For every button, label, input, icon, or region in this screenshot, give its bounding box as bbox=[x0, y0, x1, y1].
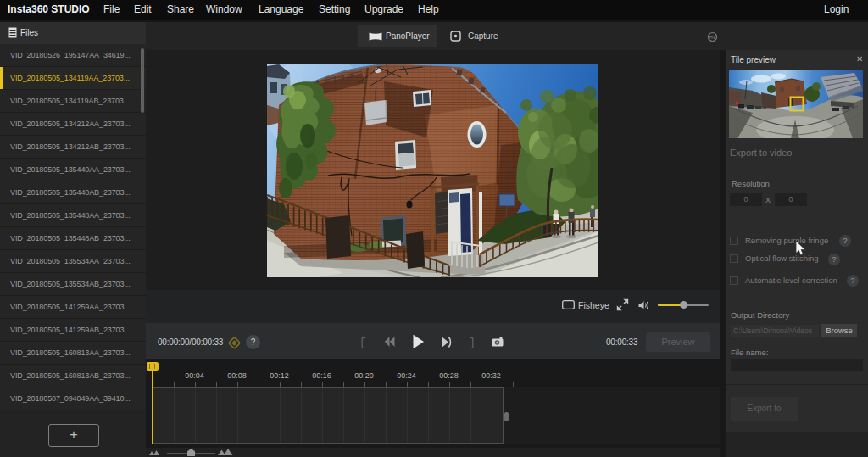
svg-text:HV: HV bbox=[709, 35, 716, 40]
